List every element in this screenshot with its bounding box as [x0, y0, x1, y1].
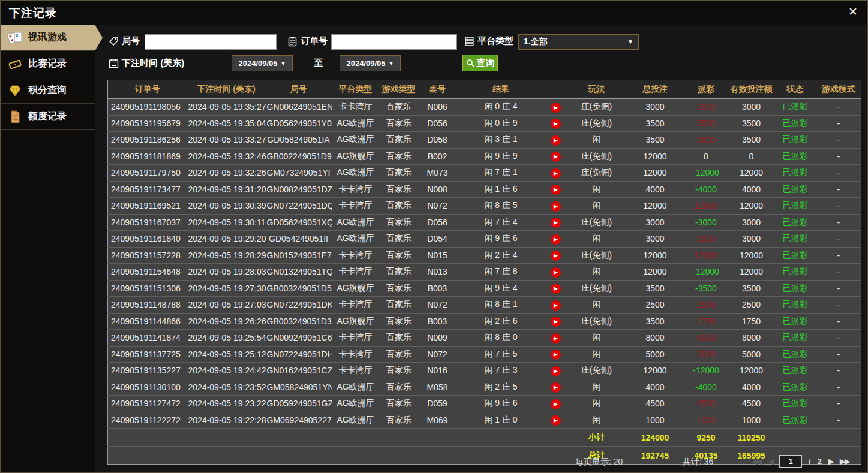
replay-button[interactable]: ▶ [551, 317, 561, 327]
replay-cell: ▶ [545, 297, 567, 314]
date-to-select[interactable]: 2024/09/05 ▼ [340, 55, 401, 71]
round-number-input[interactable] [145, 34, 277, 50]
table-no-cell: M073 [418, 165, 457, 182]
replay-button[interactable]: ▶ [551, 251, 561, 261]
table-row: 240905191122272 2024-09-05 19:22:28 GM06… [108, 412, 861, 429]
round-no-cell: GD056249051XQ [266, 214, 332, 231]
calendar-icon [109, 58, 119, 68]
result-cell: 闲 7 庄 5 [457, 346, 545, 363]
order-no-cell: 240905191130100 [108, 379, 187, 396]
platform-type-select[interactable]: 1.全部 ▼ [518, 34, 639, 50]
platform-cell: AG旗舰厅 [332, 148, 380, 165]
replay-button[interactable]: ▶ [551, 103, 561, 113]
bet-time-cell: 2024-09-05 19:23:52 [187, 379, 266, 396]
replay-button[interactable]: ▶ [551, 135, 561, 146]
first-page-icon[interactable]: ◀◀ [752, 457, 761, 466]
replay-button[interactable]: ▶ [551, 185, 561, 195]
replay-button[interactable]: ▶ [551, 333, 561, 344]
order-no-cell: 240905191127472 [108, 396, 187, 412]
platform-cell: 卡卡湾厅 [332, 330, 380, 347]
valid-bet-cell: 12000 [729, 363, 774, 379]
round-no-cell: GN008249051DZ [266, 181, 332, 198]
sidebar-item-video-games[interactable]: K♥ 9 视讯游戏 [1, 25, 95, 51]
subtotal-spacer [108, 429, 567, 447]
date-from-select[interactable]: 2024/09/05 ▼ [232, 55, 293, 71]
next-page-icon[interactable]: ▶ [828, 457, 833, 466]
replay-button[interactable]: ▶ [551, 350, 561, 360]
last-page-icon[interactable]: ▶▶ [840, 457, 849, 466]
order-no-cell: 240905191186256 [108, 132, 187, 149]
platform-cell: AG欧洲厅 [332, 115, 380, 132]
total-bet-cell: 5000 [627, 346, 684, 363]
replay-button[interactable]: ▶ [551, 152, 561, 162]
game-type-cell: 百家乐 [380, 280, 418, 297]
bet-time-cell: 2024-09-05 19:22:28 [187, 412, 266, 429]
bet-time-cell: 2024-09-05 19:28:03 [187, 264, 266, 281]
result-cell: 闲 3 庄 1 [457, 132, 545, 149]
round-no-cell: GD058249051IA [266, 132, 332, 149]
game-type-cell: 百家乐 [380, 396, 418, 412]
replay-cell: ▶ [545, 198, 567, 215]
current-page-input[interactable]: 1 [779, 455, 802, 468]
table-row: 240905191198056 2024-09-05 19:35:27 GN00… [108, 99, 861, 116]
play-cell: 闲 [567, 132, 627, 149]
table-no-cell: B002 [418, 148, 457, 165]
col-payout: 派彩 [684, 80, 729, 99]
replay-button[interactable]: ▶ [551, 284, 561, 294]
total-bet-cell: 4000 [627, 181, 684, 198]
table-row: 240905191173477 2024-09-05 19:31:20 GN00… [108, 181, 861, 198]
prev-page-icon[interactable]: ◀ [768, 457, 773, 466]
replay-button[interactable]: ▶ [551, 168, 561, 179]
valid-bet-cell: 0 [729, 148, 774, 165]
table-no-cell: N008 [418, 181, 457, 198]
result-cell: 闲 8 庄 5 [457, 198, 545, 215]
game-type-cell: 百家乐 [380, 264, 418, 281]
replay-button[interactable]: ▶ [551, 119, 561, 129]
bet-time-cell: 2024-09-05 19:28:29 [187, 247, 266, 264]
game-type-cell: 百家乐 [380, 346, 418, 363]
game-type-cell: 百家乐 [380, 313, 418, 330]
play-cell: 庄(免佣) [567, 165, 627, 182]
result-cell: 闲 0 庄 4 [457, 99, 545, 116]
table-row: 240905191148788 2024-09-05 19:27:03 GN07… [108, 297, 861, 314]
close-icon[interactable]: ✕ [848, 5, 858, 19]
platform-cell: 卡卡湾厅 [332, 181, 380, 198]
table-row: 240905191127472 2024-09-05 19:23:22 GD05… [108, 396, 861, 412]
replay-button[interactable]: ▶ [551, 201, 561, 212]
search-button[interactable]: 查询 [462, 55, 498, 71]
status-cell: 已派彩 [774, 313, 816, 330]
sidebar-item-points-query[interactable]: 积分查询 [1, 77, 95, 104]
play-cell: 庄(免佣) [567, 363, 627, 379]
table-no-cell: N015 [418, 247, 457, 264]
platform-cell: AG欧洲厅 [332, 231, 380, 248]
replay-button[interactable]: ▶ [551, 366, 561, 376]
svg-text:9: 9 [16, 33, 18, 37]
replay-button[interactable]: ▶ [551, 218, 561, 228]
replay-button[interactable]: ▶ [551, 399, 561, 409]
col-valid-bet: 有效投注额 [729, 80, 774, 99]
replay-button[interactable]: ▶ [551, 300, 561, 311]
order-number-input[interactable] [331, 34, 457, 50]
subtotal-total-bet: 124000 [627, 429, 684, 447]
replay-button[interactable]: ▶ [551, 415, 561, 426]
replay-button[interactable]: ▶ [551, 382, 561, 393]
sidebar-item-match-records[interactable]: 比赛记录 [1, 51, 95, 77]
play-cell: 闲 [567, 379, 627, 396]
table-no-cell: D056 [418, 214, 457, 231]
round-no-cell: GM06924905227 [266, 412, 332, 429]
platform-cell: 卡卡湾厅 [332, 297, 380, 314]
play-cell: 闲 [567, 297, 627, 314]
table-row: 240905191195679 2024-09-05 19:35:04 GD05… [108, 115, 861, 132]
result-cell: 闲 2 庄 6 [457, 313, 545, 330]
game-mode-cell: - [816, 99, 861, 116]
bet-time-cell: 2024-09-05 19:27:30 [187, 280, 266, 297]
sidebar-item-quota-records[interactable]: 额度记录 [1, 104, 95, 130]
bet-time-cell: 2024-09-05 19:25:54 [187, 330, 266, 347]
sidebar: K♥ 9 视讯游戏 比赛记录 积分 [1, 25, 95, 472]
replay-button[interactable]: ▶ [551, 267, 561, 278]
order-no-cell: 240905191135227 [108, 363, 187, 379]
replay-button[interactable]: ▶ [551, 234, 561, 245]
total-bet-cell: 12000 [627, 247, 684, 264]
round-no-cell: GD059249051GZ [266, 396, 332, 412]
date-range-to-label: 至 [314, 58, 323, 69]
